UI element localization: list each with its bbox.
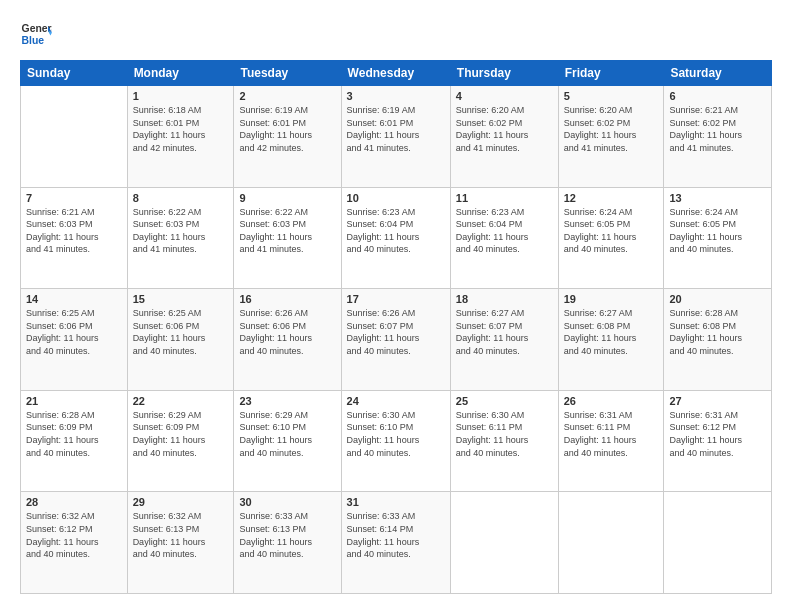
weekday-header-tuesday: Tuesday (234, 61, 341, 86)
day-number: 24 (347, 395, 445, 407)
calendar-cell (21, 86, 128, 188)
day-number: 15 (133, 293, 229, 305)
day-number: 23 (239, 395, 335, 407)
day-number: 20 (669, 293, 766, 305)
calendar-cell: 21Sunrise: 6:28 AM Sunset: 6:09 PM Dayli… (21, 390, 128, 492)
day-info: Sunrise: 6:25 AM Sunset: 6:06 PM Dayligh… (133, 307, 229, 357)
day-info: Sunrise: 6:26 AM Sunset: 6:07 PM Dayligh… (347, 307, 445, 357)
day-info: Sunrise: 6:33 AM Sunset: 6:14 PM Dayligh… (347, 510, 445, 560)
day-info: Sunrise: 6:18 AM Sunset: 6:01 PM Dayligh… (133, 104, 229, 154)
calendar-week-4: 21Sunrise: 6:28 AM Sunset: 6:09 PM Dayli… (21, 390, 772, 492)
day-number: 5 (564, 90, 659, 102)
day-number: 30 (239, 496, 335, 508)
logo-icon: General Blue (20, 18, 52, 50)
day-number: 18 (456, 293, 553, 305)
calendar-cell: 20Sunrise: 6:28 AM Sunset: 6:08 PM Dayli… (664, 289, 772, 391)
svg-text:Blue: Blue (22, 35, 45, 46)
calendar-cell: 6Sunrise: 6:21 AM Sunset: 6:02 PM Daylig… (664, 86, 772, 188)
day-number: 21 (26, 395, 122, 407)
day-info: Sunrise: 6:22 AM Sunset: 6:03 PM Dayligh… (133, 206, 229, 256)
day-info: Sunrise: 6:30 AM Sunset: 6:11 PM Dayligh… (456, 409, 553, 459)
calendar-cell: 24Sunrise: 6:30 AM Sunset: 6:10 PM Dayli… (341, 390, 450, 492)
day-info: Sunrise: 6:29 AM Sunset: 6:09 PM Dayligh… (133, 409, 229, 459)
calendar-cell: 5Sunrise: 6:20 AM Sunset: 6:02 PM Daylig… (558, 86, 664, 188)
svg-text:General: General (22, 23, 52, 34)
day-info: Sunrise: 6:32 AM Sunset: 6:13 PM Dayligh… (133, 510, 229, 560)
weekday-header-thursday: Thursday (450, 61, 558, 86)
day-info: Sunrise: 6:27 AM Sunset: 6:07 PM Dayligh… (456, 307, 553, 357)
weekday-header-monday: Monday (127, 61, 234, 86)
calendar-table: SundayMondayTuesdayWednesdayThursdayFrid… (20, 60, 772, 594)
day-info: Sunrise: 6:23 AM Sunset: 6:04 PM Dayligh… (347, 206, 445, 256)
calendar-cell: 4Sunrise: 6:20 AM Sunset: 6:02 PM Daylig… (450, 86, 558, 188)
day-info: Sunrise: 6:25 AM Sunset: 6:06 PM Dayligh… (26, 307, 122, 357)
day-number: 6 (669, 90, 766, 102)
calendar-cell (450, 492, 558, 594)
day-number: 1 (133, 90, 229, 102)
calendar-cell: 29Sunrise: 6:32 AM Sunset: 6:13 PM Dayli… (127, 492, 234, 594)
day-info: Sunrise: 6:21 AM Sunset: 6:02 PM Dayligh… (669, 104, 766, 154)
day-info: Sunrise: 6:23 AM Sunset: 6:04 PM Dayligh… (456, 206, 553, 256)
calendar-cell: 12Sunrise: 6:24 AM Sunset: 6:05 PM Dayli… (558, 187, 664, 289)
day-info: Sunrise: 6:24 AM Sunset: 6:05 PM Dayligh… (564, 206, 659, 256)
weekday-header-saturday: Saturday (664, 61, 772, 86)
day-info: Sunrise: 6:28 AM Sunset: 6:09 PM Dayligh… (26, 409, 122, 459)
weekday-header-friday: Friday (558, 61, 664, 86)
day-number: 4 (456, 90, 553, 102)
day-info: Sunrise: 6:19 AM Sunset: 6:01 PM Dayligh… (347, 104, 445, 154)
calendar-cell: 22Sunrise: 6:29 AM Sunset: 6:09 PM Dayli… (127, 390, 234, 492)
day-number: 16 (239, 293, 335, 305)
calendar-week-1: 1Sunrise: 6:18 AM Sunset: 6:01 PM Daylig… (21, 86, 772, 188)
calendar-cell: 19Sunrise: 6:27 AM Sunset: 6:08 PM Dayli… (558, 289, 664, 391)
calendar-cell: 3Sunrise: 6:19 AM Sunset: 6:01 PM Daylig… (341, 86, 450, 188)
day-info: Sunrise: 6:20 AM Sunset: 6:02 PM Dayligh… (456, 104, 553, 154)
calendar-cell: 2Sunrise: 6:19 AM Sunset: 6:01 PM Daylig… (234, 86, 341, 188)
calendar-cell: 13Sunrise: 6:24 AM Sunset: 6:05 PM Dayli… (664, 187, 772, 289)
day-number: 9 (239, 192, 335, 204)
calendar-cell: 15Sunrise: 6:25 AM Sunset: 6:06 PM Dayli… (127, 289, 234, 391)
day-number: 27 (669, 395, 766, 407)
day-number: 28 (26, 496, 122, 508)
day-number: 25 (456, 395, 553, 407)
day-info: Sunrise: 6:22 AM Sunset: 6:03 PM Dayligh… (239, 206, 335, 256)
logo: General Blue (20, 18, 52, 50)
day-info: Sunrise: 6:21 AM Sunset: 6:03 PM Dayligh… (26, 206, 122, 256)
calendar-cell: 9Sunrise: 6:22 AM Sunset: 6:03 PM Daylig… (234, 187, 341, 289)
day-number: 26 (564, 395, 659, 407)
calendar-cell: 10Sunrise: 6:23 AM Sunset: 6:04 PM Dayli… (341, 187, 450, 289)
day-info: Sunrise: 6:19 AM Sunset: 6:01 PM Dayligh… (239, 104, 335, 154)
day-number: 29 (133, 496, 229, 508)
day-info: Sunrise: 6:32 AM Sunset: 6:12 PM Dayligh… (26, 510, 122, 560)
day-info: Sunrise: 6:30 AM Sunset: 6:10 PM Dayligh… (347, 409, 445, 459)
calendar-cell: 27Sunrise: 6:31 AM Sunset: 6:12 PM Dayli… (664, 390, 772, 492)
day-number: 11 (456, 192, 553, 204)
day-number: 12 (564, 192, 659, 204)
day-info: Sunrise: 6:28 AM Sunset: 6:08 PM Dayligh… (669, 307, 766, 357)
calendar-cell: 11Sunrise: 6:23 AM Sunset: 6:04 PM Dayli… (450, 187, 558, 289)
day-info: Sunrise: 6:20 AM Sunset: 6:02 PM Dayligh… (564, 104, 659, 154)
day-info: Sunrise: 6:27 AM Sunset: 6:08 PM Dayligh… (564, 307, 659, 357)
day-number: 17 (347, 293, 445, 305)
header: General Blue (20, 18, 772, 50)
day-info: Sunrise: 6:31 AM Sunset: 6:11 PM Dayligh… (564, 409, 659, 459)
page: General Blue SundayMondayTuesdayWednesda… (0, 0, 792, 612)
calendar-cell: 17Sunrise: 6:26 AM Sunset: 6:07 PM Dayli… (341, 289, 450, 391)
calendar-cell: 25Sunrise: 6:30 AM Sunset: 6:11 PM Dayli… (450, 390, 558, 492)
calendar-cell: 30Sunrise: 6:33 AM Sunset: 6:13 PM Dayli… (234, 492, 341, 594)
calendar-cell: 14Sunrise: 6:25 AM Sunset: 6:06 PM Dayli… (21, 289, 128, 391)
calendar-week-5: 28Sunrise: 6:32 AM Sunset: 6:12 PM Dayli… (21, 492, 772, 594)
calendar-cell: 7Sunrise: 6:21 AM Sunset: 6:03 PM Daylig… (21, 187, 128, 289)
day-number: 19 (564, 293, 659, 305)
day-number: 31 (347, 496, 445, 508)
calendar-cell: 18Sunrise: 6:27 AM Sunset: 6:07 PM Dayli… (450, 289, 558, 391)
day-number: 7 (26, 192, 122, 204)
calendar-cell (558, 492, 664, 594)
day-number: 10 (347, 192, 445, 204)
calendar-cell: 26Sunrise: 6:31 AM Sunset: 6:11 PM Dayli… (558, 390, 664, 492)
weekday-header-row: SundayMondayTuesdayWednesdayThursdayFrid… (21, 61, 772, 86)
weekday-header-wednesday: Wednesday (341, 61, 450, 86)
calendar-week-3: 14Sunrise: 6:25 AM Sunset: 6:06 PM Dayli… (21, 289, 772, 391)
calendar-cell: 31Sunrise: 6:33 AM Sunset: 6:14 PM Dayli… (341, 492, 450, 594)
calendar-cell: 23Sunrise: 6:29 AM Sunset: 6:10 PM Dayli… (234, 390, 341, 492)
day-number: 3 (347, 90, 445, 102)
